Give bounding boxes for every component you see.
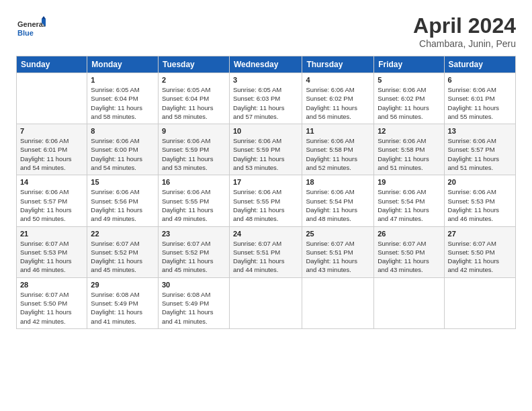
day-info: Sunrise: 6:06 AMSunset: 5:58 PMDaylight:… — [378, 136, 440, 172]
day-info: Sunrise: 6:07 AMSunset: 5:53 PMDaylight:… — [20, 239, 83, 275]
calendar-cell: 3Sunrise: 6:05 AMSunset: 6:03 PMDaylight… — [229, 73, 302, 124]
day-info: Sunrise: 6:07 AMSunset: 5:51 PMDaylight:… — [233, 239, 298, 275]
calendar-cell: 9Sunrise: 6:06 AMSunset: 5:59 PMDaylight… — [158, 124, 229, 175]
calendar-cell — [444, 277, 515, 328]
day-number: 8 — [91, 127, 154, 135]
day-info: Sunrise: 6:05 AMSunset: 6:03 PMDaylight:… — [233, 85, 298, 121]
subtitle: Chambara, Junin, Peru — [413, 38, 516, 49]
day-number: 13 — [448, 127, 512, 135]
calendar-cell: 24Sunrise: 6:07 AMSunset: 5:51 PMDayligh… — [229, 226, 302, 277]
day-info: Sunrise: 6:06 AMSunset: 5:59 PMDaylight:… — [162, 136, 226, 172]
page: General Blue April 2024 Chambara, Junin,… — [0, 0, 532, 411]
day-info: Sunrise: 6:06 AMSunset: 6:01 PMDaylight:… — [20, 136, 83, 172]
day-info: Sunrise: 6:06 AMSunset: 5:56 PMDaylight:… — [91, 187, 154, 223]
day-number: 24 — [233, 230, 298, 238]
day-info: Sunrise: 6:06 AMSunset: 5:55 PMDaylight:… — [162, 187, 226, 223]
day-number: 10 — [233, 127, 298, 135]
calendar-cell: 26Sunrise: 6:07 AMSunset: 5:50 PMDayligh… — [374, 226, 444, 277]
day-number: 30 — [162, 281, 226, 289]
day-number: 14 — [20, 178, 83, 186]
day-number: 12 — [378, 127, 440, 135]
calendar-cell: 20Sunrise: 6:06 AMSunset: 5:53 PMDayligh… — [444, 175, 515, 226]
day-number: 25 — [306, 230, 370, 238]
calendar-table: Sunday Monday Tuesday Wednesday Thursday… — [16, 56, 516, 329]
day-number: 4 — [306, 76, 370, 84]
day-number: 22 — [91, 230, 154, 238]
calendar-cell: 18Sunrise: 6:06 AMSunset: 5:54 PMDayligh… — [302, 175, 374, 226]
calendar-cell — [17, 73, 87, 124]
calendar-cell: 13Sunrise: 6:06 AMSunset: 5:57 PMDayligh… — [444, 124, 515, 175]
calendar-week-1: 1Sunrise: 6:05 AMSunset: 6:04 PMDaylight… — [17, 73, 516, 124]
svg-marker-3 — [42, 16, 46, 19]
day-number: 5 — [378, 76, 440, 84]
title-area: April 2024 Chambara, Junin, Peru — [413, 13, 516, 49]
calendar-cell: 14Sunrise: 6:06 AMSunset: 5:57 PMDayligh… — [17, 175, 87, 226]
day-number: 7 — [20, 127, 83, 135]
day-info: Sunrise: 6:07 AMSunset: 5:52 PMDaylight:… — [162, 239, 226, 275]
header-thursday: Thursday — [302, 56, 374, 73]
day-number: 1 — [91, 76, 154, 84]
calendar-cell: 27Sunrise: 6:07 AMSunset: 5:50 PMDayligh… — [444, 226, 515, 277]
calendar-cell: 2Sunrise: 6:05 AMSunset: 6:04 PMDaylight… — [158, 73, 229, 124]
svg-text:General: General — [17, 20, 45, 28]
calendar-cell: 6Sunrise: 6:06 AMSunset: 6:01 PMDaylight… — [444, 73, 515, 124]
day-info: Sunrise: 6:06 AMSunset: 5:57 PMDaylight:… — [448, 136, 512, 172]
header-saturday: Saturday — [444, 56, 515, 73]
day-info: Sunrise: 6:06 AMSunset: 6:01 PMDaylight:… — [448, 85, 512, 121]
calendar-cell: 7Sunrise: 6:06 AMSunset: 6:01 PMDaylight… — [17, 124, 87, 175]
calendar-cell: 19Sunrise: 6:06 AMSunset: 5:54 PMDayligh… — [374, 175, 444, 226]
calendar-cell: 10Sunrise: 6:06 AMSunset: 5:59 PMDayligh… — [229, 124, 302, 175]
header-tuesday: Tuesday — [158, 56, 229, 73]
header-friday: Friday — [374, 56, 444, 73]
calendar-cell: 1Sunrise: 6:05 AMSunset: 6:04 PMDaylight… — [87, 73, 159, 124]
day-number: 11 — [306, 127, 370, 135]
calendar-cell: 12Sunrise: 6:06 AMSunset: 5:58 PMDayligh… — [374, 124, 444, 175]
calendar-cell — [374, 277, 444, 328]
day-number: 27 — [448, 230, 512, 238]
day-number: 9 — [162, 127, 226, 135]
day-info: Sunrise: 6:06 AMSunset: 6:00 PMDaylight:… — [91, 136, 154, 172]
calendar-week-4: 21Sunrise: 6:07 AMSunset: 5:53 PMDayligh… — [17, 226, 516, 277]
day-number: 18 — [306, 178, 370, 186]
calendar-cell: 30Sunrise: 6:08 AMSunset: 5:49 PMDayligh… — [158, 277, 229, 328]
calendar-cell: 4Sunrise: 6:06 AMSunset: 6:02 PMDaylight… — [302, 73, 374, 124]
day-number: 16 — [162, 178, 226, 186]
calendar-week-5: 28Sunrise: 6:07 AMSunset: 5:50 PMDayligh… — [17, 277, 516, 328]
day-number: 19 — [378, 178, 440, 186]
header-wednesday: Wednesday — [229, 56, 302, 73]
day-number: 20 — [448, 178, 512, 186]
day-info: Sunrise: 6:07 AMSunset: 5:51 PMDaylight:… — [306, 239, 370, 275]
calendar-cell: 21Sunrise: 6:07 AMSunset: 5:53 PMDayligh… — [17, 226, 87, 277]
calendar-cell — [229, 277, 302, 328]
day-info: Sunrise: 6:08 AMSunset: 5:49 PMDaylight:… — [91, 290, 154, 326]
calendar-cell: 25Sunrise: 6:07 AMSunset: 5:51 PMDayligh… — [302, 226, 374, 277]
calendar-week-3: 14Sunrise: 6:06 AMSunset: 5:57 PMDayligh… — [17, 175, 516, 226]
day-info: Sunrise: 6:06 AMSunset: 5:54 PMDaylight:… — [306, 187, 370, 223]
day-number: 28 — [20, 281, 83, 289]
day-info: Sunrise: 6:05 AMSunset: 6:04 PMDaylight:… — [162, 85, 226, 121]
calendar-cell: 22Sunrise: 6:07 AMSunset: 5:52 PMDayligh… — [87, 226, 159, 277]
day-number: 29 — [91, 281, 154, 289]
day-info: Sunrise: 6:07 AMSunset: 5:50 PMDaylight:… — [448, 239, 512, 275]
calendar-cell: 29Sunrise: 6:08 AMSunset: 5:49 PMDayligh… — [87, 277, 159, 328]
calendar-cell: 28Sunrise: 6:07 AMSunset: 5:50 PMDayligh… — [17, 277, 87, 328]
day-info: Sunrise: 6:08 AMSunset: 5:49 PMDaylight:… — [162, 290, 226, 326]
month-title: April 2024 — [413, 13, 516, 38]
day-number: 6 — [448, 76, 512, 84]
calendar-cell — [302, 277, 374, 328]
day-info: Sunrise: 6:06 AMSunset: 5:59 PMDaylight:… — [233, 136, 298, 172]
calendar-cell: 11Sunrise: 6:06 AMSunset: 5:58 PMDayligh… — [302, 124, 374, 175]
svg-text:Blue: Blue — [17, 29, 34, 37]
day-number: 26 — [378, 230, 440, 238]
logo: General Blue — [16, 13, 46, 46]
header-monday: Monday — [87, 56, 159, 73]
day-info: Sunrise: 6:06 AMSunset: 6:02 PMDaylight:… — [378, 85, 440, 121]
header: General Blue April 2024 Chambara, Junin,… — [16, 13, 516, 49]
day-info: Sunrise: 6:07 AMSunset: 5:50 PMDaylight:… — [20, 290, 83, 326]
calendar-week-2: 7Sunrise: 6:06 AMSunset: 6:01 PMDaylight… — [17, 124, 516, 175]
day-info: Sunrise: 6:06 AMSunset: 5:53 PMDaylight:… — [448, 187, 512, 223]
calendar-cell: 5Sunrise: 6:06 AMSunset: 6:02 PMDaylight… — [374, 73, 444, 124]
header-sunday: Sunday — [17, 56, 87, 73]
day-number: 15 — [91, 178, 154, 186]
logo-icon: General Blue — [16, 13, 46, 43]
